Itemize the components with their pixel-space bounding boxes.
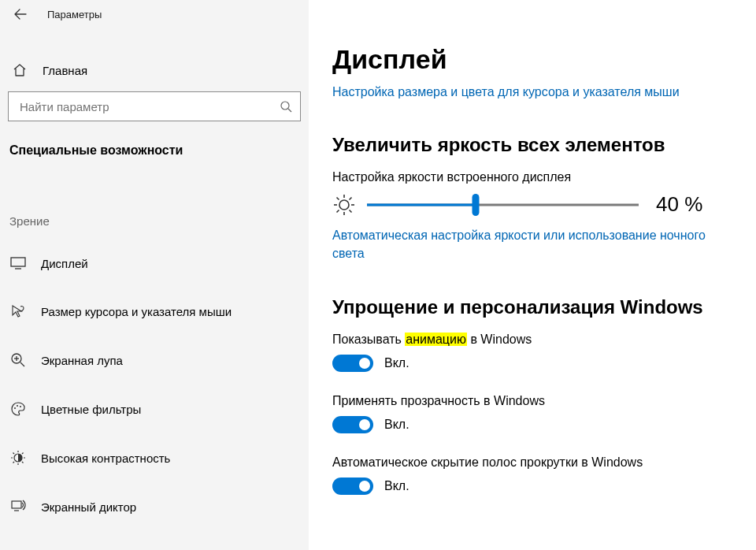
toggle-scrollbars[interactable] — [332, 478, 373, 495]
svg-line-28 — [350, 210, 352, 212]
nav-label: Высокая контрастность — [41, 452, 170, 465]
svg-point-10 — [20, 406, 21, 407]
nav-magnifier[interactable]: Экранная лупа — [0, 341, 309, 379]
nav-display[interactable]: Дисплей — [0, 245, 309, 281]
svg-line-19 — [13, 462, 15, 463]
nav-label: Размер курсора и указателя мыши — [41, 305, 232, 318]
nav-label: Цветные фильтры — [41, 403, 141, 416]
svg-line-18 — [22, 453, 24, 455]
toggle-animations[interactable] — [332, 355, 373, 372]
link-auto-brightness[interactable]: Автоматическая настройка яркости или исп… — [332, 226, 740, 262]
highlight-animation: анимацию — [405, 333, 467, 346]
contrast-icon — [9, 450, 27, 466]
sidebar-group: Зрение — [0, 158, 309, 234]
sidebar: Параметры Главная Специальные возможност… — [0, 0, 309, 550]
nav-label: Экранный диктор — [41, 500, 136, 514]
svg-line-17 — [22, 462, 24, 463]
svg-point-8 — [14, 407, 16, 409]
svg-point-9 — [17, 405, 18, 407]
narrator-icon — [9, 499, 27, 515]
toggle-animations-row: Вкл. — [332, 355, 740, 372]
svg-point-22 — [339, 200, 349, 210]
nav-cursor-size[interactable]: Размер курсора и указателя мыши — [0, 292, 309, 330]
search-icon — [280, 100, 292, 113]
window-title: Параметры — [47, 9, 102, 20]
toggle-state: Вкл. — [384, 479, 410, 493]
back-button[interactable] — [11, 5, 30, 24]
home-icon — [11, 63, 28, 77]
svg-line-16 — [13, 453, 15, 455]
arrow-left-icon — [14, 8, 27, 20]
link-cursor-settings[interactable]: Настройка размера и цвета для курсора и … — [332, 83, 740, 101]
svg-line-27 — [337, 197, 339, 199]
nav-label: Дисплей — [41, 257, 88, 270]
slider-thumb[interactable] — [472, 194, 480, 216]
palette-icon — [9, 401, 27, 417]
brightness-slider[interactable] — [367, 195, 639, 214]
search-input[interactable] — [20, 100, 280, 113]
magnifier-plus-icon — [9, 352, 27, 368]
toggle-transparency[interactable] — [332, 416, 373, 433]
cursor-pointer-icon — [9, 303, 27, 319]
slider-fill — [367, 203, 476, 206]
svg-line-5 — [20, 362, 24, 366]
brightness-value: 40 % — [656, 192, 702, 217]
nav-color-filters[interactable]: Цветные фильтры — [0, 390, 309, 428]
toggle-state: Вкл. — [384, 418, 410, 432]
label-scrollbars: Автоматическое скрытие полос прокрутки в… — [332, 455, 740, 470]
search-box[interactable] — [8, 91, 301, 121]
toggle-scrollbars-row: Вкл. — [332, 478, 740, 495]
svg-rect-20 — [12, 501, 21, 508]
main-content: Дисплей Настройка размера и цвета для ку… — [309, 0, 756, 550]
sun-icon — [332, 193, 356, 217]
svg-line-1 — [288, 109, 291, 112]
label-animations: Показывать анимацию в Windows — [332, 333, 740, 347]
titlebar: Параметры — [0, 0, 309, 28]
label-transparency: Применять прозрачность в Windows — [332, 394, 740, 408]
sidebar-section: Специальные возможности — [0, 121, 309, 158]
monitor-icon — [9, 256, 27, 270]
nav-narrator[interactable]: Экранный диктор — [0, 488, 309, 526]
heading-simplify: Упрощение и персонализация Windows — [332, 296, 740, 318]
nav-home-label: Главная — [43, 64, 87, 77]
toggle-knob — [359, 481, 370, 492]
toggle-knob — [359, 358, 370, 369]
page-title: Дисплей — [332, 44, 740, 75]
svg-rect-2 — [11, 258, 25, 266]
svg-line-29 — [350, 197, 352, 199]
brightness-control: 40 % — [332, 192, 740, 217]
toggle-transparency-row: Вкл. — [332, 416, 740, 433]
toggle-knob — [359, 419, 370, 430]
nav-high-contrast[interactable]: Высокая контрастность — [0, 439, 309, 477]
heading-brightness: Увеличить яркость всех элементов — [332, 134, 740, 156]
nav-label: Экранная лупа — [41, 354, 123, 367]
svg-point-0 — [281, 102, 289, 110]
toggle-state: Вкл. — [384, 356, 410, 370]
svg-line-30 — [337, 210, 339, 212]
nav-home[interactable]: Главная — [0, 55, 309, 85]
label-brightness: Настройка яркости встроенного дисплея — [332, 170, 740, 184]
